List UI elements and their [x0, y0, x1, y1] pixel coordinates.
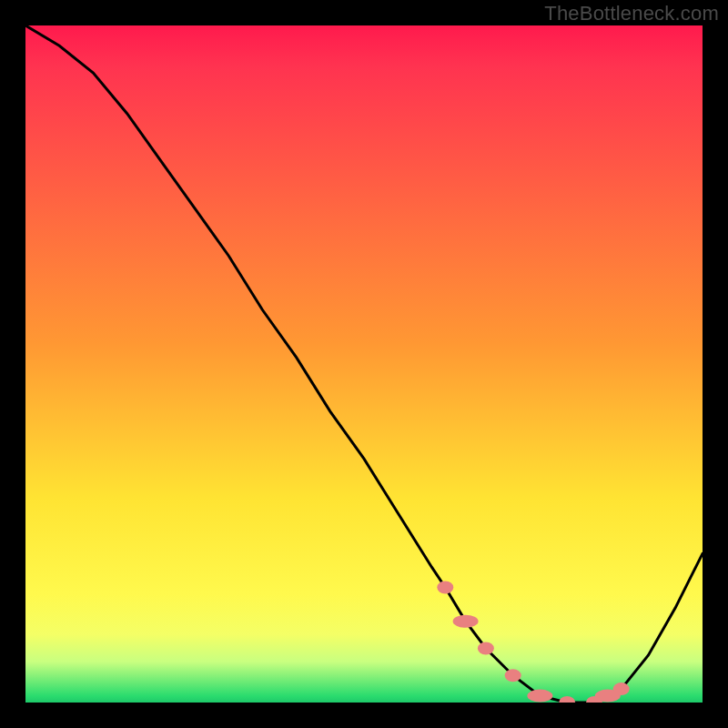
- marker-dot: [505, 669, 521, 682]
- marker-dot: [613, 682, 630, 695]
- watermark-text: TheBottleneck.com: [544, 2, 719, 25]
- marker-dot: [453, 615, 479, 628]
- marker-dot: [437, 581, 453, 594]
- marker-group: [437, 581, 629, 703]
- marker-dot: [478, 642, 494, 655]
- marker-layer: [25, 25, 703, 703]
- marker-dot: [527, 690, 552, 703]
- marker-dot: [559, 696, 575, 703]
